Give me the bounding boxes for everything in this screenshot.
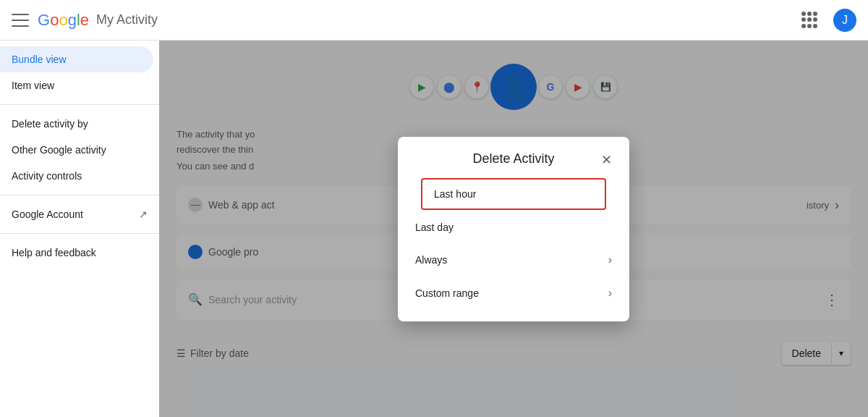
- sidebar-item-label: Activity controls: [12, 170, 82, 182]
- option-label: Last day: [415, 222, 454, 233]
- menu-icon[interactable]: [12, 12, 29, 29]
- chevron-right-icon: ›: [608, 287, 612, 300]
- option-label: Last hour: [434, 188, 476, 200]
- option-always[interactable]: Always ›: [398, 243, 629, 277]
- sidebar-divider-1: [0, 104, 159, 105]
- modal-header: Delete Activity ✕: [398, 151, 629, 178]
- sidebar-item-label: Help and feedback: [12, 247, 96, 258]
- sidebar-item-activity-controls[interactable]: Activity controls: [0, 163, 159, 189]
- option-custom-range[interactable]: Custom range ›: [398, 277, 629, 310]
- option-label: Custom range: [415, 287, 479, 299]
- sidebar-item-label: Bundle view: [12, 54, 67, 65]
- sidebar-item-item-view[interactable]: Item view: [0, 72, 159, 98]
- sidebar-item-google-account[interactable]: Google Account ↗: [0, 201, 159, 227]
- sidebar-item-label: Item view: [12, 80, 54, 91]
- sidebar-item-bundle-view[interactable]: Bundle view: [0, 46, 153, 72]
- sidebar-divider-2: [0, 195, 159, 195]
- option-label: Always: [415, 254, 447, 266]
- sidebar-divider-3: [0, 233, 159, 234]
- app-title: My Activity: [96, 12, 158, 28]
- google-logo: Google: [38, 11, 89, 30]
- sidebar-item-other-google[interactable]: Other Google activity: [0, 137, 159, 163]
- modal-close-button[interactable]: ✕: [595, 148, 618, 172]
- sidebar-item-label: Other Google activity: [12, 144, 106, 156]
- sidebar-item-delete-activity[interactable]: Delete activity by: [0, 111, 159, 137]
- close-icon: ✕: [601, 152, 612, 168]
- header: Google My Activity J: [0, 0, 868, 41]
- delete-activity-modal: Delete Activity ✕ Last hour Last day Alw…: [398, 137, 629, 321]
- modal-title: Delete Activity: [472, 151, 554, 167]
- avatar[interactable]: J: [833, 9, 856, 32]
- sidebar-item-help[interactable]: Help and feedback: [0, 240, 159, 266]
- apps-grid-icon[interactable]: [801, 12, 819, 29]
- modal-overlay: Delete Activity ✕ Last hour Last day Alw…: [159, 41, 868, 417]
- option-last-day[interactable]: Last day: [398, 211, 629, 243]
- sidebar-item-label: Delete activity by: [12, 118, 88, 130]
- sidebar: Bundle view Item view Delete activity by…: [0, 41, 159, 417]
- option-last-hour[interactable]: Last hour: [421, 178, 606, 210]
- chevron-right-icon: ›: [608, 253, 612, 266]
- external-link-icon: ↗: [139, 208, 148, 220]
- sidebar-item-label: Google Account: [12, 208, 83, 220]
